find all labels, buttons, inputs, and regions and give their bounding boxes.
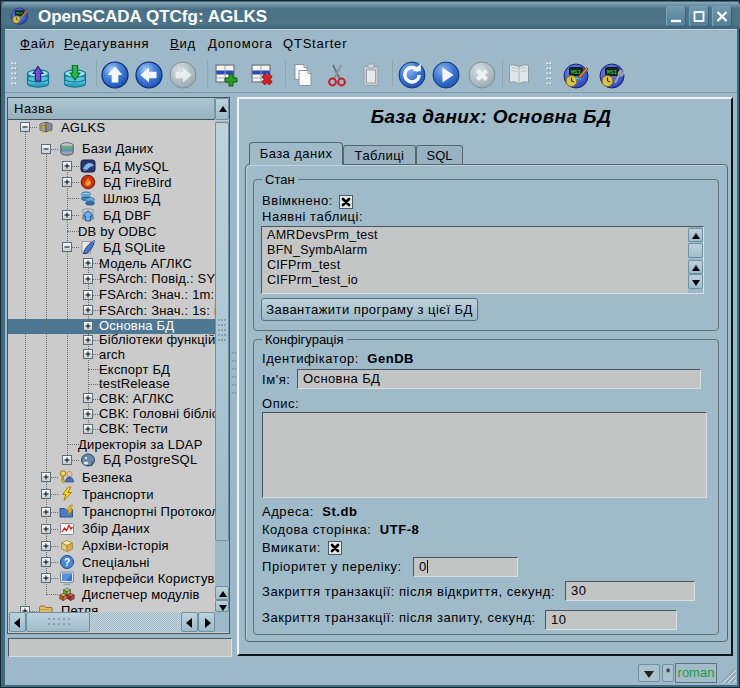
svg-text:MSI: MSI xyxy=(607,69,617,76)
svg-text:MSI: MSI xyxy=(16,11,23,15)
svg-text:?: ? xyxy=(64,557,70,568)
svg-text:MSI: MSI xyxy=(571,69,581,76)
